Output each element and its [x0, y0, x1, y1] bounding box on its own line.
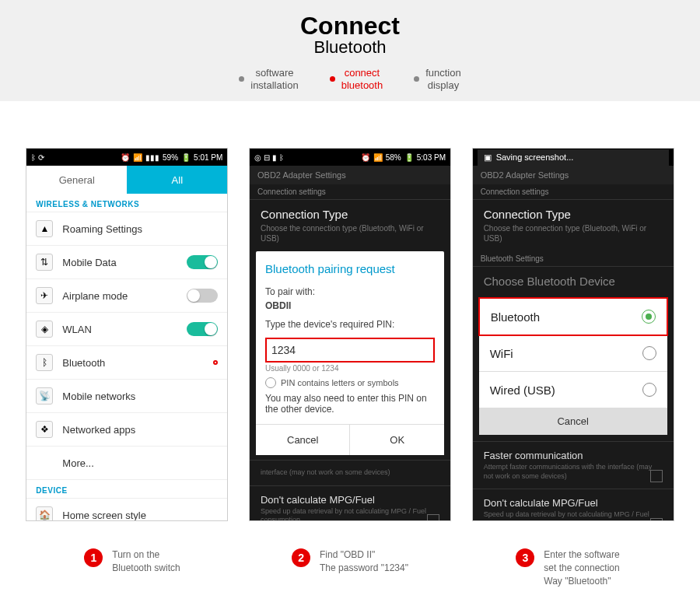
dot-icon — [330, 76, 335, 82]
row-home-screen[interactable]: 🏠Home screen style — [26, 499, 227, 520]
dim-row-mpg[interactable]: Don't calculate MPG/Fuel Speed up data r… — [473, 489, 674, 521]
cancel-button[interactable]: Cancel — [479, 408, 667, 435]
antenna-icon: 📡 — [36, 387, 53, 405]
status-bar: ᛒ⟳ ⏰ 📶 ▮▮▮ 59% 🔋 5:01 PM — [26, 149, 227, 166]
settings-list: WIRELESS & NETWORKS ▲Roaming Settings ⇅M… — [26, 194, 227, 520]
caption-2: 2 Find "OBD II"The password "1234" — [249, 548, 451, 587]
radio-icon — [642, 310, 656, 324]
title: Connect — [0, 12, 700, 40]
dialog-title: Bluetooth pairing request — [265, 262, 435, 275]
toggle-airplane[interactable] — [187, 289, 218, 303]
row-mobile-networks[interactable]: 📡Mobile networks — [26, 380, 227, 413]
image-icon: ▣ — [484, 152, 492, 163]
radio-icon — [642, 346, 656, 360]
captions-row: 1 Turn on theBluetooth switch 2 Find "OB… — [0, 537, 700, 599]
status-bar: ▣ Saving screenshot... — [473, 149, 674, 166]
dim-row-mpg[interactable]: Don't calculate MPG/Fuel Speed up data r… — [250, 485, 450, 521]
page-header: Connect Bluetooth softwareinstallation c… — [0, 0, 700, 101]
apps-icon: ❖ — [36, 421, 53, 438]
alarm-icon: ⏰ — [121, 153, 130, 162]
device-name: OBDII — [265, 300, 435, 311]
subtitle: Bluetooth — [0, 37, 700, 58]
caption-3: 3 Enter the softwareset the connectionWa… — [467, 548, 669, 587]
phone-1: ᛒ⟳ ⏰ 📶 ▮▮▮ 59% 🔋 5:01 PM General All WIR… — [26, 148, 228, 521]
choose-bt-device: Choose Bluetooth Device — [473, 267, 674, 292]
nav-function: functiondisplay — [414, 67, 461, 91]
highlight — [213, 360, 218, 365]
dim-row-faster[interactable]: Faster communication Attempt faster comm… — [473, 441, 674, 489]
pin-input[interactable] — [265, 338, 435, 363]
pin-note: You may also need to enter this PIN on t… — [265, 393, 435, 415]
pin-hint: Usually 0000 or 1234 — [265, 364, 435, 373]
section-device: DEVICE — [26, 480, 227, 499]
checkbox-icon[interactable] — [650, 518, 663, 521]
dim-row-interface: interface (may not work on some devices) — [250, 460, 450, 485]
checkbox-icon[interactable] — [650, 470, 663, 482]
dim-sub: interface (may not work on some devices) — [261, 468, 439, 478]
signal-icon: ▮▮▮ — [145, 153, 159, 162]
pin-letters-checkbox[interactable]: PIN contains letters or symbols — [265, 377, 435, 388]
radio-bluetooth[interactable]: Bluetooth — [478, 297, 668, 336]
mobile-data-icon: ⇅ — [36, 254, 53, 271]
row-networked-apps[interactable]: ❖Networked apps — [26, 413, 227, 447]
conn-type-sub: Choose the connection type (Bluetooth, W… — [484, 223, 663, 243]
ok-button[interactable]: OK — [350, 425, 444, 455]
wlan-icon: ◈ — [36, 321, 53, 338]
nav-software: softwareinstallation — [239, 67, 298, 91]
type-pin-label: Type the device's required PIN: — [265, 319, 435, 330]
sync-icon: ⟳ — [38, 153, 44, 162]
app-subheader: Connection settings — [473, 184, 674, 200]
dim-sub: Speed up data retrieval by not calculati… — [484, 510, 663, 521]
phone-3: ▣ Saving screenshot... OBD2 Adapter Sett… — [472, 148, 674, 521]
battery-icon: 🔋 — [404, 153, 414, 162]
section-wireless: WIRELESS & NETWORKS — [26, 194, 227, 212]
toggle-wlan[interactable] — [187, 322, 218, 336]
row-more[interactable]: More... — [26, 447, 227, 480]
pairing-dialog: Bluetooth pairing request To pair with: … — [256, 251, 444, 455]
row-roaming[interactable]: ▲Roaming Settings — [26, 212, 227, 246]
saving-notification: ▣ Saving screenshot... — [478, 149, 669, 166]
home-icon: 🏠 — [36, 506, 53, 520]
battery-pct: 58% — [386, 153, 401, 162]
signal-icon: ▮ — [272, 153, 277, 162]
tab-all[interactable]: All — [127, 166, 227, 194]
roaming-icon: ▲ — [36, 220, 53, 237]
radio-wired[interactable]: Wired (USB) — [479, 372, 667, 408]
dim-title: Faster communication — [484, 450, 663, 461]
app-body: OBD2 Adapter Settings Connection setting… — [250, 166, 450, 520]
radio-wifi[interactable]: WiFi — [479, 335, 667, 372]
phones-row: ᛒ⟳ ⏰ 📶 ▮▮▮ 59% 🔋 5:01 PM General All WIR… — [0, 101, 700, 537]
airplane-icon: ✈ — [36, 287, 53, 304]
row-mobile-data[interactable]: ⇅Mobile Data — [26, 246, 227, 279]
cancel-button[interactable]: Cancel — [256, 425, 351, 455]
alarm-icon: ⏰ — [361, 153, 370, 162]
app-subheader: Connection settings — [250, 184, 450, 200]
connection-radio-list: Bluetooth WiFi Wired (USB) Cancel — [479, 297, 667, 435]
tab-general[interactable]: General — [26, 166, 127, 194]
usb-icon: ⊟ — [264, 153, 270, 162]
row-airplane[interactable]: ✈Airplane mode — [26, 279, 227, 313]
step-number-1: 1 — [84, 548, 103, 567]
connection-type-item: Connection Type Choose the connection ty… — [250, 200, 450, 251]
radio-icon — [642, 383, 656, 397]
bluetooth-icon: ᛒ — [279, 153, 284, 162]
location-icon: ◎ — [254, 153, 261, 162]
step-number-3: 3 — [516, 548, 534, 567]
app-header: OBD2 Adapter Settings — [250, 166, 450, 184]
battery-pct: 59% — [163, 153, 178, 162]
conn-type-title: Connection Type — [484, 208, 663, 221]
choose-title: Choose Bluetooth Device — [484, 275, 663, 288]
bt-settings-label: Bluetooth Settings — [473, 251, 674, 267]
dim-sub: Speed up data retrieval by not calculati… — [261, 507, 439, 521]
steps-nav: softwareinstallation connectbluetooth fu… — [0, 67, 700, 91]
row-wlan[interactable]: ◈WLAN — [26, 313, 227, 346]
connection-type-item[interactable]: Connection Type Choose the connection ty… — [473, 200, 674, 251]
toggle-mobile-data[interactable] — [187, 255, 218, 269]
conn-type-sub: Choose the connection type (Bluetooth, W… — [261, 223, 439, 243]
checkbox-icon[interactable] — [427, 514, 439, 521]
dim-title: Don't calculate MPG/Fuel — [484, 497, 663, 509]
row-bluetooth[interactable]: ᛒBluetooth — [26, 346, 227, 380]
dialog-buttons: Cancel OK — [256, 424, 444, 455]
wifi-icon: 📶 — [133, 153, 142, 162]
clock: 5:03 PM — [417, 153, 446, 162]
